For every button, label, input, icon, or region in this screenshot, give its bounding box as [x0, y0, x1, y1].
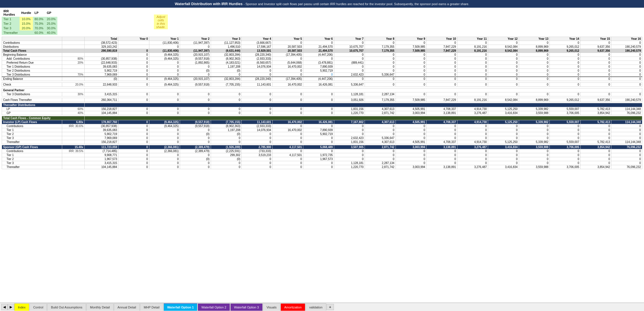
tab-build-out[interactable]: Build Out Assumptions	[47, 303, 86, 311]
tab-add-button[interactable]: +	[327, 304, 334, 310]
check-pct: 20.0%	[62, 83, 85, 87]
gp-header-row: General Partner	[2, 88, 642, 92]
sponsor-tier2-row: Tier 2 1,967,573 0 0 (0) (0) 0 0 1,967,5…	[2, 157, 642, 161]
check-label: Check	[2, 83, 62, 87]
total-cash-flows-row: Total Cash Flows 290,590,819 0 (11,830,4…	[2, 49, 642, 53]
contributions-total: (38,572,423)	[85, 41, 118, 45]
tier3-dist-label: Tier 3 Distributions	[2, 73, 62, 77]
tab-control[interactable]: Control	[30, 303, 47, 311]
col-y13-header: Year 13	[519, 37, 550, 41]
investor-thereafter-total: 156,218,827	[85, 140, 118, 144]
investor-thereafter-row: Thereafter 156,218,827 0 0 0 0 0 0 0 1,8…	[2, 140, 642, 144]
lp-thereafter-pct: 60%	[62, 107, 85, 111]
add-contributions-total: (30,857,938)	[85, 57, 118, 61]
sponsor-thereafter-label: Thereafter	[2, 165, 62, 169]
tab-visuals[interactable]: Visuals	[263, 303, 280, 311]
tier3-gp: 30.0%	[45, 26, 57, 30]
tab-index[interactable]: Index	[14, 303, 29, 311]
investor-tier1-row: Tier 1 39,635,083 0 0 0 1,197,208 14,076…	[2, 128, 642, 132]
lp-thereafter-label: LP	[2, 107, 62, 111]
tier2-lp: 75.0%	[33, 21, 45, 26]
add-contributions-pct: 80%	[62, 57, 85, 61]
thereafter-label: Thereafter	[2, 30, 20, 35]
beginning-balance-row: Beginning Balance 0 (9,464,325) (20,915,…	[2, 53, 642, 57]
col-pct-header	[62, 37, 85, 41]
investor-irr: IRR: 30.6%	[62, 124, 85, 128]
irr-gp-col: GP	[45, 9, 57, 17]
sponsor-contributions-row: Contributions IRR: 39.5% (7,714,485) 0 (…	[2, 149, 642, 153]
tier2-dist-label: Tier 2 Distributions	[2, 69, 62, 73]
content-area[interactable]: IRR Hurdles Hurdle LP GP Adjust cells in…	[0, 8, 644, 302]
investor-lp-total-row: Investor (LP) Cash Flows 6.80x 178,867,7…	[2, 120, 642, 124]
tier1-hurdle[interactable]: 10.0%	[20, 17, 33, 21]
sponsor-tier1-row: Tier 1 9,908,771 0 0 0 299,302 3,519,233…	[2, 153, 642, 157]
col-y10-header: Year 10	[426, 37, 457, 41]
investor-contributions-row: Contributions IRR: 30.6% (30,857,938) 0 …	[2, 124, 642, 128]
tab-bar: ◀ ▶ Index Control Build Out Assumptions …	[0, 302, 644, 311]
thereafter-hurdle	[20, 30, 33, 35]
investor-contributions-label: Contributions	[2, 124, 62, 128]
tab-nav-left[interactable]: ◀	[1, 304, 8, 310]
gp-thereafter-pct: 40%	[62, 111, 85, 115]
gp-thereafter-row: GP 40% 104,145,884 0 0 0 0 0 0 0 1,220,7…	[2, 111, 642, 115]
col-y11-header: Year 11	[457, 37, 488, 41]
tier3-hurdle[interactable]: 20.0%	[20, 26, 33, 30]
tab-monthly-detail[interactable]: Monthly Detail	[86, 303, 114, 311]
tab-mhp-detail[interactable]: MHP Detail	[140, 303, 163, 311]
data-table: Total Year 0 Year 1 Year 2 Year 3 Year 4…	[2, 37, 642, 169]
gp-tier3-label: Tier 3 Distributions	[2, 92, 62, 96]
investor-tier3-total: 7,969,069	[85, 136, 118, 140]
lp-thereafter-row: LP 60% 156,218,827 0 0 0 0 0 0 0 1,831,1…	[2, 107, 642, 111]
sponsor-tier3-row: Tier 3 3,415,315 0 0 0 0 0 0 0 1,128,181…	[2, 161, 642, 165]
cf-thereafter-label: Cash Flows Thereafter	[2, 98, 62, 102]
investor-tier2-total: 5,902,719	[85, 132, 118, 136]
sponsor-tier1-total: 9,908,771	[85, 153, 118, 157]
col-y5-header: Year 5	[272, 37, 303, 41]
col-y7-header: Year 7	[334, 37, 365, 41]
header-bar: Waterfall Distribution with IRR Hurdles …	[0, 0, 644, 8]
gp-thereafter-total: 104,145,884	[85, 111, 118, 115]
tab-validation[interactable]: validation	[306, 303, 326, 311]
investor-tier3-row: Tier 3 7,969,069 0 0 0 0 0 0 0 2,632,423…	[2, 136, 642, 140]
tier2-label: Tier 2	[2, 21, 20, 26]
tab-nav-right[interactable]: ▶	[8, 304, 14, 310]
data-table-wrapper[interactable]: Total Year 0 Year 1 Year 2 Year 3 Year 4…	[2, 37, 642, 169]
tab-waterfall-3[interactable]: Waterfall Option 3	[230, 303, 263, 311]
col-y2-header: Year 2	[180, 37, 211, 41]
tab-annual-detail[interactable]: Annual Detail	[114, 303, 140, 311]
ending-balance-total: (0)	[85, 77, 118, 81]
tab-amortization[interactable]: Amortization	[281, 303, 305, 311]
common-equity-header-row: Total Cash Flows - Common Equity	[2, 116, 642, 120]
tier2-gp: 25.0%	[45, 21, 57, 26]
preferred-return-pct: 20%	[62, 61, 85, 65]
investor-tier1-label: Tier 1	[2, 128, 62, 132]
investor-lp-label: Investor (LP) Cash Flows	[2, 120, 62, 124]
gp-tier3-pct: 30%	[62, 92, 85, 96]
tier1-lp: 80.0%	[33, 17, 45, 21]
investor-thereafter-label: Thereafter	[2, 140, 62, 144]
tab-waterfall-1[interactable]: Waterfall Option 1	[164, 303, 198, 311]
tier2-hurdle[interactable]: 15.0%	[20, 21, 33, 26]
irr-hurdle-col: Hurdle	[20, 9, 33, 17]
tab-waterfall-2[interactable]: Waterfall Option 2	[198, 303, 230, 311]
header-title: Waterfall Distribution with IRR Hurdles	[175, 2, 243, 6]
irr-section: IRR Hurdles Hurdle LP GP Adjust cells in…	[2, 9, 642, 35]
thereafter-gp: 40.0%	[45, 30, 57, 35]
tier2-dist-total: 5,902,719	[85, 69, 118, 73]
tier3-label: Tier 3	[2, 26, 20, 30]
tier3-dist-row: Tier 3 Distributions 70% 7,969,069 0 0 0…	[2, 73, 642, 77]
investor-tier2-label: Tier 2	[2, 132, 62, 136]
sponsor-tier3-label: Tier 3	[2, 161, 62, 165]
tier1-dist-label: Tier 1 Distributions	[2, 65, 62, 69]
col-y12-header: Year 12	[488, 37, 519, 41]
gp-tier3-total: 3,415,315	[85, 92, 118, 96]
col-y15-header: Year 15	[580, 37, 611, 41]
col-label-header	[2, 37, 62, 41]
common-equity-header: Total Cash Flows - Common Equity	[2, 116, 85, 120]
total-cf-total: 290,590,819	[85, 49, 118, 53]
tier2-dist-row: Tier 2 Distributions 5,902,719 0 0 (0) (…	[2, 69, 642, 73]
tier1-label: Tier 1	[2, 17, 20, 21]
col-y4-header: Year 4	[242, 37, 273, 41]
col-y1-header: Year 1	[149, 37, 180, 41]
sponsor-tier1-label: Tier 1	[2, 153, 62, 157]
